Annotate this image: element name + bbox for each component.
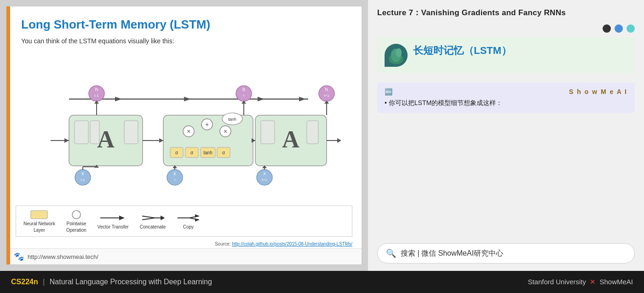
dots-row xyxy=(377,24,635,33)
svg-marker-72 xyxy=(252,138,255,143)
svg-marker-66 xyxy=(337,138,341,143)
svg-line-78 xyxy=(142,218,155,220)
svg-rect-29 xyxy=(261,121,275,144)
dot-1 xyxy=(603,24,611,33)
svg-text:σ: σ xyxy=(190,150,194,155)
lecture-title: Lecture 7：Vanishing Gradients and Fancy … xyxy=(377,7,635,18)
legend-concatenate: Concatenate xyxy=(140,213,166,229)
legend-pointwise-label2: Operation xyxy=(66,228,86,233)
right-panel: Lecture 7：Vanishing Gradients and Fancy … xyxy=(368,0,644,271)
source-url[interactable]: http://colah.github.io/posts/2015-08-Und… xyxy=(232,241,352,246)
svg-marker-76 xyxy=(119,216,125,220)
bottom-pipe: | xyxy=(43,278,47,286)
svg-marker-3 xyxy=(258,97,264,101)
svg-text:σ: σ xyxy=(175,150,178,155)
legend-pointwise: Pointwise Operation xyxy=(66,210,86,233)
info-card-logo: S h o w M e A I xyxy=(569,88,627,95)
svg-point-88 xyxy=(396,48,402,57)
legend-vector-transfer: Vector Transfer xyxy=(98,213,129,229)
svg-text:×: × xyxy=(224,128,227,135)
slide-footer: 🐾 http://www.showmeai.tech/ xyxy=(6,248,362,264)
svg-marker-68 xyxy=(64,138,69,143)
legend-bar: Neural Network Layer Pointwise Operation xyxy=(16,205,352,237)
search-icon: 🔍 xyxy=(386,248,396,258)
bottom-right: Stanford University ✕ ShowMeAI xyxy=(528,278,633,286)
svg-rect-7 xyxy=(75,121,88,144)
svg-text:tanh: tanh xyxy=(228,117,236,122)
slide-panel: Long Short-Term Memory (LSTM) You can th… xyxy=(0,0,368,271)
svg-marker-1 xyxy=(115,97,122,101)
info-card-icon: 🔤 xyxy=(385,88,392,95)
bottom-bar: CS224n | Natural Language Processing wit… xyxy=(0,271,644,293)
legend-pointwise-label1: Pointwise xyxy=(66,221,86,226)
svg-point-74 xyxy=(72,211,80,219)
svg-rect-73 xyxy=(31,211,47,219)
svg-text:t+1: t+1 xyxy=(262,178,267,182)
info-card-bullet: • 你可以把LSTM的模型细节想象成这样： xyxy=(385,99,627,107)
dot-2 xyxy=(615,24,623,33)
svg-marker-80 xyxy=(161,216,164,220)
footer-icon: 🐾 xyxy=(14,252,24,262)
svg-text:x: x xyxy=(81,170,84,176)
chinese-section: 长短时记忆（LSTM） xyxy=(377,37,635,73)
source-link: Source: http://colah.github.io/posts/201… xyxy=(6,240,362,248)
svg-rect-9 xyxy=(124,121,138,144)
svg-text:t-1: t-1 xyxy=(94,94,99,98)
svg-text:h: h xyxy=(325,87,328,92)
svg-text:tanh: tanh xyxy=(203,150,212,155)
svg-rect-30 xyxy=(307,121,318,144)
cs-label: CS224n xyxy=(11,278,38,286)
bottom-left: CS224n | Natural Language Processing wit… xyxy=(11,278,212,286)
legend-copy: Copy xyxy=(177,213,200,229)
chinese-title: 长短时记忆（LSTM） xyxy=(413,44,627,58)
lstm-diagram: A σ σ tanh xyxy=(23,58,345,196)
svg-rect-8 xyxy=(90,121,99,144)
svg-text:A: A xyxy=(97,126,115,152)
search-bar[interactable]: 🔍 搜索 | 微信 ShowMeAI研究中心 xyxy=(377,243,635,264)
svg-marker-4 xyxy=(299,97,306,101)
search-bar-text: 搜索 | 微信 ShowMeAI研究中心 xyxy=(401,249,503,258)
svg-text:×: × xyxy=(187,128,190,135)
diagram-area: A σ σ tanh xyxy=(21,52,347,201)
svg-text:x: x xyxy=(173,170,176,176)
legend-vector-label1: Vector Transfer xyxy=(98,224,129,229)
dot-3 xyxy=(627,24,635,33)
legend-neural-network: Neural Network Layer xyxy=(23,210,55,233)
chinese-content: 长短时记忆（LSTM） xyxy=(413,44,627,58)
info-card-header: 🔤 S h o w M e A I xyxy=(385,88,627,95)
legend-neural-label1: Neural Network xyxy=(23,221,55,226)
x-symbol: ✕ xyxy=(590,278,598,286)
svg-marker-70 xyxy=(159,138,163,143)
svg-text:+: + xyxy=(205,121,209,128)
svg-line-77 xyxy=(142,216,155,218)
svg-marker-85 xyxy=(195,218,200,222)
legend-copy-label: Copy xyxy=(183,224,194,229)
svg-text:h: h xyxy=(242,87,245,92)
svg-text:h: h xyxy=(95,87,98,92)
orange-accent-bar xyxy=(6,6,10,264)
svg-text:t+1: t+1 xyxy=(324,94,329,98)
slide-title: Long Short-Term Memory (LSTM) xyxy=(21,18,347,32)
slide-subtitle: You can think of the LSTM equations visu… xyxy=(21,37,347,45)
bottom-description: Natural Language Processing with Deep Le… xyxy=(50,278,212,286)
legend-neural-label2: Layer xyxy=(34,228,45,233)
svg-text:t-1: t-1 xyxy=(80,178,85,182)
svg-marker-84 xyxy=(195,214,200,217)
stanford-text: Stanford University xyxy=(528,278,586,286)
svg-text:A: A xyxy=(282,126,299,152)
info-card: 🔤 S h o w M e A I • 你可以把LSTM的模型细节想象成这样： xyxy=(377,82,635,113)
svg-marker-2 xyxy=(184,97,191,101)
slide-container: Long Short-Term Memory (LSTM) You can th… xyxy=(6,6,362,265)
svg-text:σ: σ xyxy=(222,150,225,155)
svg-text:x: x xyxy=(263,170,266,176)
footer-url: http://www.showmeai.tech/ xyxy=(28,253,98,260)
legend-concat-label: Concatenate xyxy=(140,224,166,229)
brand-text: ShowMeAI xyxy=(599,278,633,286)
chinese-icon xyxy=(385,44,408,67)
